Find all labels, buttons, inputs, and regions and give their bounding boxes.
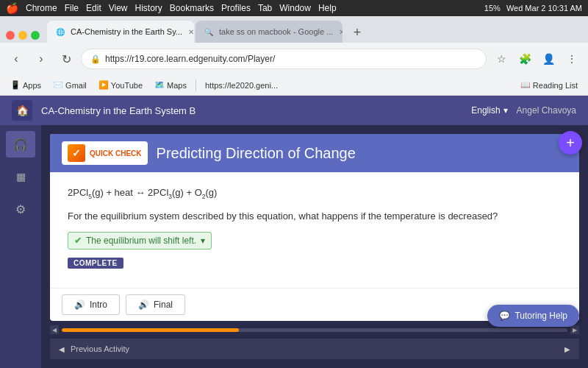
lesson-card: ✓ QUICK CHECK Predicting Direction of Ch…: [50, 134, 579, 321]
complete-badge: COMPLETE: [68, 258, 123, 269]
content-area: ✓ QUICK CHECK Predicting Direction of Ch…: [41, 125, 588, 368]
bookmark-apps[interactable]: 📱Apps: [6, 79, 46, 91]
headphones-icon: 🎧: [13, 138, 28, 152]
page-content: 🏠 CA-Chemistry in the Earth System B Eng…: [0, 96, 588, 368]
address-bar-area: ‹ › ↻ 🔒 https://r19.core.learn.edgenuity…: [0, 43, 588, 75]
answer-text: The equilibrium will shift left.: [86, 236, 196, 246]
reload-button[interactable]: ↻: [56, 49, 76, 69]
add-button[interactable]: +: [559, 131, 582, 155]
equation: 2PCl5(g) + heat ↔ 2PCl3(g) + O2(g): [68, 187, 562, 200]
prev-activity-label: Previous Activity: [71, 344, 129, 353]
address-bar[interactable]: 🔒 https://r19.core.learn.edgenuity.com/P…: [81, 49, 487, 69]
speaker-icon-2: 🔊: [138, 300, 149, 310]
course-title: CA-Chemistry in the Earth System B: [41, 105, 471, 116]
bookmark-separator: [196, 79, 196, 91]
menu-help[interactable]: Help: [318, 3, 337, 13]
right-arrow-icon: ▶: [573, 327, 577, 333]
language-label: English: [471, 105, 500, 116]
bookmark-gmail[interactable]: ✉️Gmail: [49, 79, 91, 91]
tutoring-help-button[interactable]: 💬 Tutoring Help: [487, 305, 579, 327]
tab-google[interactable]: 🔍 take ss on macbook - Google ... ✕: [196, 21, 343, 43]
main-layout: 🎧 ▦ ⚙ ✓ QUICK CHECK: [0, 125, 588, 368]
tutoring-icon: 💬: [499, 311, 510, 321]
apple-menu[interactable]: 🍎: [6, 2, 18, 14]
close-button[interactable]: [6, 31, 15, 40]
reading-list-button[interactable]: 📖Reading List: [516, 79, 582, 91]
bookmarks-bar: 📱Apps ✉️Gmail ▶️YouTube 🗺️Maps https://l…: [0, 75, 588, 96]
user-name: Angel Chavoya: [517, 105, 576, 116]
menu-history[interactable]: History: [135, 3, 162, 13]
tab-edgenuity[interactable]: 🌐 CA-Chemistry in the Earth Sy... ✕: [47, 21, 194, 43]
quick-check-badge: ✓ QUICK CHECK: [62, 141, 148, 165]
sidebar: 🎧 ▦ ⚙: [0, 125, 41, 368]
lock-icon: 🔒: [90, 54, 101, 64]
sidebar-item-calculator[interactable]: ▦: [6, 163, 35, 190]
next-activity-arrow[interactable]: ▶: [564, 345, 570, 353]
battery-status: 15%: [484, 4, 501, 13]
tab-bar: 🌐 CA-Chemistry in the Earth Sy... ✕ 🔍 ta…: [0, 16, 588, 43]
menu-view[interactable]: View: [109, 3, 128, 13]
check-icon: ✔: [74, 236, 82, 246]
sidebar-item-settings[interactable]: ⚙: [6, 196, 35, 222]
extension-icon[interactable]: 🧩: [514, 49, 535, 69]
menu-edit[interactable]: Edit: [86, 3, 101, 13]
tutoring-label: Tutoring Help: [514, 311, 567, 321]
forward-button[interactable]: ›: [31, 49, 51, 69]
gear-icon: ⚙: [15, 202, 26, 216]
url-text: https://r19.core.learn.edgenuity.com/Pla…: [105, 54, 477, 64]
final-button[interactable]: 🔊 Final: [126, 294, 185, 315]
card-header: ✓ QUICK CHECK Predicting Direction of Ch…: [50, 134, 579, 172]
quick-check-label: QUICK CHECK: [90, 149, 142, 158]
clock: Wed Mar 2 10:31 AM: [506, 4, 582, 13]
tab-close-1[interactable]: ✕: [188, 28, 194, 36]
card-body: 2PCl5(g) + heat ↔ 2PCl3(g) + O2(g) For t…: [50, 172, 579, 288]
chrome-window: 🌐 CA-Chemistry in the Earth Sy... ✕ 🔍 ta…: [0, 16, 588, 368]
menu-dots-icon[interactable]: ⋮: [562, 49, 582, 69]
progress-bar-fill: [62, 328, 239, 332]
profile-icon[interactable]: 👤: [538, 49, 559, 69]
menu-profiles[interactable]: Profiles: [221, 3, 251, 13]
language-selector[interactable]: English ▾: [471, 105, 507, 116]
menu-file[interactable]: File: [65, 3, 79, 13]
edgenuity-header: 🏠 CA-Chemistry in the Earth System B Eng…: [0, 96, 588, 125]
lesson-title: Predicting Direction of Change: [157, 145, 356, 162]
bookmark-maps[interactable]: 🗺️Maps: [150, 79, 191, 91]
question-text: For the equilibrium system described by …: [68, 209, 562, 224]
prev-activity-arrow[interactable]: ◀: [59, 345, 65, 353]
tab-close-2[interactable]: ✕: [339, 28, 343, 36]
prev-activity-bar: ◀ Previous Activity ▶: [50, 339, 579, 359]
prev-nav-arrow[interactable]: ◀: [50, 325, 59, 334]
maximize-button[interactable]: [31, 31, 40, 40]
answer-dropdown[interactable]: ✔ The equilibrium will shift left. ▾: [68, 232, 212, 250]
speaker-icon: 🔊: [74, 300, 85, 310]
left-arrow-icon: ◀: [52, 327, 57, 333]
minimize-button[interactable]: [18, 31, 27, 40]
new-tab-button[interactable]: +: [347, 22, 368, 43]
menu-tab[interactable]: Tab: [258, 3, 272, 13]
dropdown-arrow-icon: ▾: [201, 236, 205, 246]
home-button[interactable]: 🏠: [12, 100, 32, 121]
bookmark-star-icon[interactable]: ☆: [491, 49, 512, 69]
bookmark-le2020[interactable]: https://le2020.geni...: [201, 79, 282, 91]
app-name[interactable]: Chrome: [26, 3, 57, 13]
menu-bar: 🍎 Chrome File Edit View History Bookmark…: [0, 0, 588, 16]
bookmark-youtube[interactable]: ▶️YouTube: [94, 79, 147, 91]
menu-bookmarks[interactable]: Bookmarks: [170, 3, 214, 13]
next-nav-arrow[interactable]: ▶: [570, 325, 579, 334]
sidebar-item-audio[interactable]: 🎧: [6, 131, 35, 158]
intro-button[interactable]: 🔊 Intro: [62, 294, 120, 315]
back-button[interactable]: ‹: [6, 49, 26, 69]
chevron-down-icon: ▾: [503, 105, 508, 116]
quick-check-icon: ✓: [68, 144, 85, 162]
calculator-icon: ▦: [16, 171, 26, 183]
menu-window[interactable]: Window: [279, 3, 311, 13]
